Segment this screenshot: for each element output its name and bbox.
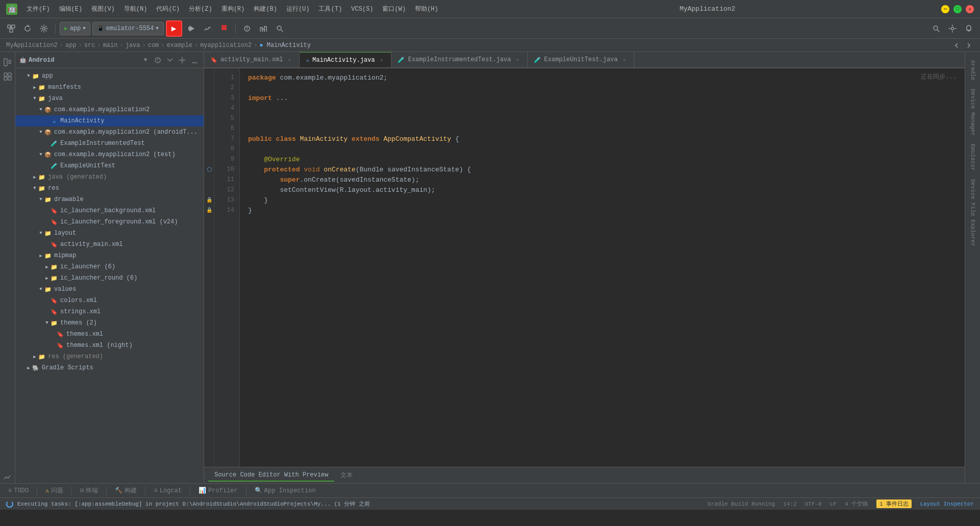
tree-item-themes-xml-night[interactable]: 🔖 themes.xml (night) — [15, 340, 204, 351]
tree-item-app[interactable]: ▼ 📁 app — [15, 70, 204, 82]
device-file-explorer-sidebar-btn[interactable]: Device File Explorer — [968, 175, 978, 251]
close-button[interactable]: ✕ — [966, 5, 974, 13]
toolbar-notifications-btn[interactable] — [962, 21, 976, 36]
tree-item-mainactivity[interactable]: ☕ MainActivity — [15, 115, 204, 127]
menu-file[interactable]: 文件(F) — [22, 3, 54, 15]
encoding[interactable]: UTF-8 — [805, 501, 822, 507]
toolbar-profile-btn[interactable] — [201, 21, 215, 36]
run-button[interactable]: ▶ — [166, 20, 182, 37]
tab-close-unit-test[interactable]: ✕ — [621, 56, 628, 63]
breadcrumb-main[interactable]: main — [103, 42, 118, 49]
tree-item-ic-launcher-background[interactable]: 🔖 ic_launcher_background.xml — [15, 205, 204, 216]
logcat-tool-btn[interactable]: ≡ Logcat — [150, 486, 185, 495]
menu-window[interactable]: 窗口(W) — [378, 3, 410, 15]
build-variants-btn[interactable] — [2, 471, 14, 483]
device-manager-sidebar-btn[interactable]: Device Manager — [968, 85, 978, 140]
tree-item-res[interactable]: ▼ 📁 res — [15, 183, 204, 194]
toolbar-settings-btn[interactable] — [37, 21, 51, 36]
project-panel-dropdown-btn[interactable]: ▼ — [140, 55, 151, 65]
breadcrumb-com[interactable]: com — [148, 42, 159, 49]
breadcrumb-myapplication2-pkg[interactable]: myapplication2 — [200, 42, 252, 49]
menu-analyze[interactable]: 分析(Z) — [185, 3, 216, 15]
tree-item-example-unit-test[interactable]: 🧪 ExampleUnitTest — [15, 160, 204, 171]
nav-forward-btn[interactable] — [964, 40, 974, 51]
app-inspection-tool-btn[interactable]: 🔍 App Inspection — [251, 486, 320, 495]
tree-item-layout[interactable]: ▼ 📁 layout — [15, 228, 204, 239]
tree-item-drawable[interactable]: ▼ 📁 drawable — [15, 194, 204, 205]
indent-info[interactable]: 4 个空格 — [845, 500, 868, 508]
menu-view[interactable]: 视图(V) — [87, 3, 119, 15]
tree-item-mipmap[interactable]: ▶ 📁 mipmap — [15, 250, 204, 261]
todo-tool-btn[interactable]: ≡ TODO — [4, 486, 33, 495]
toolbar-sync-btn[interactable] — [20, 21, 35, 36]
breadcrumb-example[interactable]: example — [167, 42, 192, 49]
tab-example-instrumented-test[interactable]: 🧪 ExampleInstrumentedTest.java ✕ — [391, 52, 528, 67]
tab-source-code-editor[interactable]: Source Code Editor With Preview — [208, 469, 334, 482]
minimize-button[interactable]: — — [941, 5, 949, 13]
project-panel-collapse-all-btn[interactable] — [165, 55, 175, 65]
code-content[interactable]: 正在同步... package com.example.myapplicatio… — [240, 68, 965, 467]
menu-tools[interactable]: 工具(T) — [314, 3, 346, 15]
toolbar-stop-btn[interactable] — [217, 21, 231, 36]
tree-item-gradle-scripts[interactable]: ▶ 🐘 Gradle Scripts — [15, 362, 204, 373]
toolbar-coverage-btn[interactable] — [256, 21, 271, 36]
tree-item-ic-launcher-foreground[interactable]: 🔖 ic_launcher_foreground.xml (v24) — [15, 216, 204, 228]
project-panel-minimize-btn[interactable] — [189, 55, 200, 65]
menu-refactor[interactable]: 重构(R) — [217, 3, 249, 15]
layout-inspector-btn[interactable]: Layout Inspector — [920, 501, 974, 507]
resource-manager-btn[interactable] — [2, 70, 14, 83]
nav-back-btn[interactable] — [951, 40, 962, 51]
tree-item-androidtest-pkg[interactable]: ▼ 📦 com.example.myapplication2 (androidT… — [15, 127, 204, 138]
problems-tool-btn[interactable]: ⚠ 问题 — [41, 485, 67, 496]
tree-item-res-generated[interactable]: ▶ 📁 res (generated) — [15, 351, 204, 362]
toolbar-project-structure-btn[interactable] — [4, 21, 18, 36]
menu-run[interactable]: 运行(U) — [282, 3, 314, 15]
project-panel-settings-btn[interactable] — [177, 55, 187, 65]
device-dropdown[interactable]: 📱 emulator-5554 ▼ — [92, 22, 164, 35]
breadcrumb-src[interactable]: src — [84, 42, 95, 49]
profiler-tool-btn[interactable]: 📊 Profiler — [194, 486, 242, 495]
menu-build[interactable]: 构建(B) — [250, 3, 281, 15]
gradle-sidebar-btn[interactable]: Gradle — [968, 56, 978, 85]
tab-example-unit-test[interactable]: 🧪 ExampleUnitTest.java ✕ — [528, 52, 634, 67]
project-tool-window-btn[interactable] — [2, 56, 14, 68]
line-endings[interactable]: LF — [830, 501, 837, 507]
tree-item-themes-xml[interactable]: 🔖 themes.xml — [15, 329, 204, 340]
menu-vcs[interactable]: VCS(S) — [347, 4, 377, 15]
breadcrumb-java[interactable]: java — [126, 42, 140, 49]
tab-activity-main-xml[interactable]: 🔖 activity_main.xml ✕ — [204, 52, 300, 67]
emulator-sidebar-btn[interactable]: Emulator — [968, 140, 978, 175]
tree-item-strings-xml[interactable]: 🔖 strings.xml — [15, 306, 204, 317]
tree-item-colors-xml[interactable]: 🔖 colors.xml — [15, 295, 204, 306]
terminal-tool-btn[interactable]: ⊟ 终端 — [76, 485, 102, 496]
run-config-dropdown[interactable]: ▶ app ▼ — [60, 22, 90, 35]
tab-close-activity-main[interactable]: ✕ — [286, 56, 293, 63]
toolbar-attach-debugger-btn[interactable] — [240, 21, 254, 36]
tree-item-com-example-pkg[interactable]: ▼ 📦 com.example.myapplication2 — [15, 104, 204, 115]
tree-item-example-instrumented-test[interactable]: 🧪 ExampleInstrumentedTest — [15, 138, 204, 149]
breadcrumb-myapplication2[interactable]: MyApplication2 — [6, 42, 58, 49]
maximize-button[interactable]: □ — [953, 5, 962, 13]
tree-item-test-pkg[interactable]: ▼ 📦 com.example.myapplication2 (test) — [15, 149, 204, 160]
build-tool-btn[interactable]: 🔨 构建 — [111, 485, 141, 496]
toolbar-debug-btn[interactable] — [184, 21, 199, 36]
toolbar-inspect-btn[interactable] — [273, 21, 287, 36]
cursor-position[interactable]: 14:2 — [783, 501, 796, 507]
tree-item-ic-launcher[interactable]: ▶ 📁 ic_launcher (6) — [15, 261, 204, 272]
tree-item-java-generated[interactable]: ▶ 📁 java (generated) — [15, 171, 204, 183]
menu-help[interactable]: 帮助(H) — [411, 3, 443, 15]
project-panel-scroll-to-source-btn[interactable] — [153, 55, 163, 65]
breadcrumb-app[interactable]: app — [65, 42, 77, 49]
tree-item-ic-launcher-round[interactable]: ▶ 📁 ic_launcher_round (6) — [15, 272, 204, 284]
tree-item-java[interactable]: ▼ 📁 java — [15, 93, 204, 104]
toolbar-settings-gear-btn[interactable] — [945, 21, 960, 36]
menu-navigate[interactable]: 导航(N) — [120, 3, 152, 15]
menu-code[interactable]: 代码(C) — [152, 3, 184, 15]
tab-text[interactable]: 文本 — [334, 469, 359, 482]
tree-item-activity-main[interactable]: 🔖 activity_main.xml — [15, 239, 204, 250]
tab-mainactivity-java[interactable]: ☕ MainActivity.java ✕ — [300, 52, 391, 67]
tree-item-themes[interactable]: ▼ 📁 themes (2) — [15, 317, 204, 329]
tree-item-manifests[interactable]: ▶ 📁 manifests — [15, 82, 204, 93]
menu-edit[interactable]: 编辑(E) — [55, 3, 87, 15]
tab-close-mainactivity[interactable]: ✕ — [378, 57, 385, 64]
